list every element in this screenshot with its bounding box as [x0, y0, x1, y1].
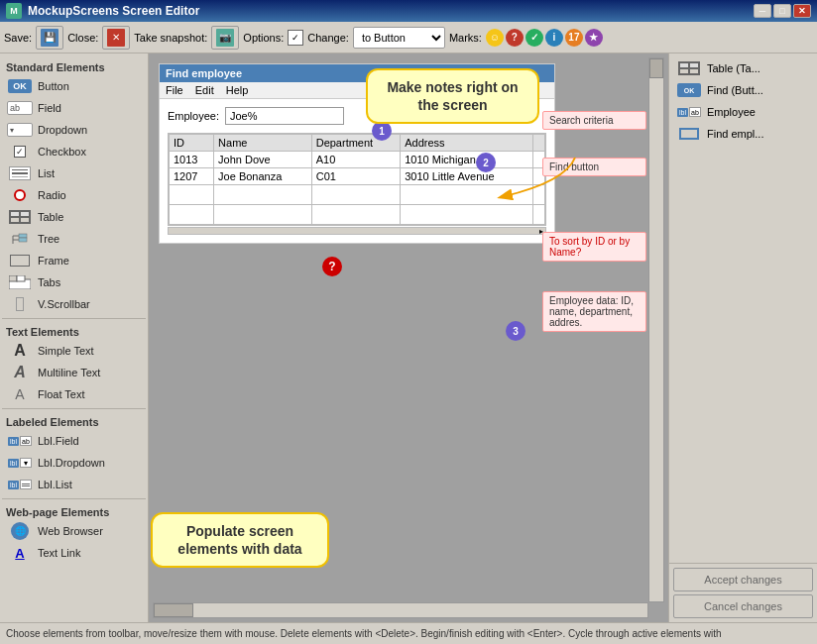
smiley-mark-icon[interactable]: ☺ — [486, 29, 504, 47]
list-label: List — [38, 167, 55, 179]
sidebar-item-list[interactable]: List — [2, 162, 146, 184]
data-table-container: ID Name Department Address 1013 John Dov… — [168, 133, 546, 226]
menu-edit[interactable]: Edit — [195, 84, 214, 96]
close-button[interactable]: ✕ — [102, 26, 130, 50]
button-label: Button — [38, 80, 69, 92]
save-label: Save: — [4, 32, 32, 44]
employee-field-label: Employee: — [168, 110, 219, 122]
minimize-button[interactable]: ─ — [754, 4, 771, 18]
right-employee-icon: lbl ab — [675, 103, 703, 121]
sidebar-item-checkbox[interactable]: ✓ Checkbox — [2, 141, 146, 162]
canvas-hscrollbar[interactable] — [153, 602, 648, 618]
sidebar-item-lbl-dropdown[interactable]: lbl ▾ Lbl.Dropdown — [2, 452, 146, 474]
multiline-text-icon: A — [6, 364, 34, 381]
sidebar-item-frame[interactable]: Frame — [2, 250, 146, 271]
dropdown-label: Dropdown — [38, 124, 87, 136]
sidebar-item-field[interactable]: ab Field — [2, 97, 146, 119]
sidebar-item-tree[interactable]: Tree — [2, 228, 146, 250]
sidebar-item-web-browser[interactable]: 🌐 Web Browser — [2, 520, 146, 542]
checkbox-badge: ✓ — [14, 146, 26, 158]
hscrollbar-thumb[interactable] — [154, 603, 193, 617]
lbl-dropdown-badge: lbl ▾ — [8, 458, 32, 468]
right-ok-badge: OK — [677, 83, 701, 97]
sidebar-item-lbl-field[interactable]: lbl ab Lbl.Field — [2, 430, 146, 452]
right-panel-item-find-empl[interactable]: Find empl... — [671, 123, 815, 145]
cell-empty — [170, 185, 214, 205]
red-mark-icon[interactable]: ? — [506, 29, 524, 47]
vscrollbar-label: V.Scrollbar — [38, 298, 90, 310]
employee-input[interactable] — [225, 107, 344, 125]
green-mark-icon[interactable]: ✓ — [525, 29, 543, 47]
cell-empty — [170, 205, 214, 225]
save-button[interactable]: 💾 — [36, 26, 63, 50]
right-panel-item-employee[interactable]: lbl ab Employee — [671, 101, 815, 123]
frame-badge — [10, 255, 30, 267]
right-panel-elements: Table (Ta... OK Find (Butt... lbl ab Emp… — [669, 54, 817, 312]
options-checkbox[interactable]: ✓ — [288, 30, 303, 46]
canvas-area[interactable]: Find employee File Edit Help Employee: I… — [149, 54, 668, 622]
window-close-button[interactable]: ✕ — [793, 4, 811, 18]
cell-dept: A10 — [311, 152, 401, 168]
cancel-changes-button[interactable]: Cancel changes — [673, 594, 813, 618]
sticky-find-button: Find button — [542, 158, 646, 176]
field-label: Field — [38, 102, 61, 114]
status-bar: Choose elements from toolbar, move/resiz… — [0, 622, 817, 644]
text-link-badge: A — [15, 546, 24, 561]
menu-help[interactable]: Help — [226, 84, 249, 96]
cell-empty — [311, 205, 401, 225]
web-browser-label: Web Browser — [38, 525, 103, 537]
sidebar-item-lbl-list[interactable]: lbl Lbl.List — [2, 474, 146, 495]
maximize-button[interactable]: □ — [773, 4, 791, 18]
ok-badge: OK — [8, 79, 32, 93]
populate-bubble-text: Populate screen elements with data — [177, 523, 301, 557]
table-hscroll[interactable]: ▸ — [168, 227, 546, 235]
sidebar-item-table[interactable]: Table — [2, 206, 146, 228]
field-badge: ab — [7, 101, 33, 115]
right-panel-item-table[interactable]: Table (Ta... — [671, 57, 815, 79]
sidebar-item-radio[interactable]: Radio — [2, 184, 146, 206]
close-label: Close: — [67, 32, 98, 44]
vscrollbar-thumb[interactable] — [649, 58, 663, 78]
cell-dept: C01 — [311, 168, 401, 185]
checkbox-icon: ✓ — [6, 143, 34, 161]
marks-icons: ☺ ? ✓ i 17 ★ — [486, 29, 603, 47]
snapshot-button[interactable]: 📷 — [211, 26, 239, 50]
canvas-vscrollbar[interactable] — [648, 57, 664, 602]
app-icon: M — [6, 3, 22, 19]
cell-scroll — [533, 205, 545, 225]
sidebar-item-vscrollbar[interactable]: V.Scrollbar — [2, 293, 146, 315]
tree-svg-icon — [9, 232, 31, 246]
sidebar-item-multiline-text[interactable]: A Multiline Text — [2, 362, 146, 383]
employee-table: ID Name Department Address 1013 John Dov… — [169, 134, 545, 225]
table-row-empty — [170, 205, 545, 225]
sidebar-item-dropdown[interactable]: ▾ Dropdown — [2, 119, 146, 141]
right-table-badge — [678, 61, 700, 75]
save-icon: 💾 — [41, 29, 58, 47]
sidebar-item-simple-text[interactable]: A Simple Text — [2, 340, 146, 362]
menu-file[interactable]: File — [166, 84, 183, 96]
col-name: Name — [214, 135, 312, 152]
radio-label: Radio — [38, 189, 66, 201]
text-link-icon: A — [6, 544, 34, 562]
right-panel-item-find[interactable]: OK Find (Butt... — [671, 79, 815, 101]
notes-bubble-text: Make notes right on the screen — [387, 79, 518, 113]
text-elements-title: Text Elements — [2, 322, 146, 340]
sticky-employee-data: Employee data: ID, name, department, add… — [542, 291, 646, 332]
table-badge — [9, 210, 31, 224]
simple-text-label: Simple Text — [38, 345, 94, 357]
tabs-icon — [6, 273, 34, 291]
sidebar-item-text-link[interactable]: A Text Link — [2, 542, 146, 564]
change-dropdown[interactable]: to Button to Field to Dropdown — [353, 27, 445, 49]
sidebar-item-float-text[interactable]: A Float Text — [2, 383, 146, 405]
accept-changes-button[interactable]: Accept changes — [673, 568, 813, 591]
cell-empty — [401, 185, 533, 205]
purple-mark-icon[interactable]: ★ — [585, 29, 603, 47]
blue-mark-icon[interactable]: i — [545, 29, 563, 47]
right-find-icon: OK — [675, 81, 703, 99]
right-employee-badge: lbl ab — [677, 107, 701, 117]
sidebar-item-tabs[interactable]: Tabs — [2, 271, 146, 293]
orange-num-icon[interactable]: 17 — [565, 29, 583, 47]
sidebar-item-button[interactable]: OK Button — [2, 75, 146, 97]
cell-empty — [311, 185, 401, 205]
close-icon: ✕ — [107, 29, 125, 47]
